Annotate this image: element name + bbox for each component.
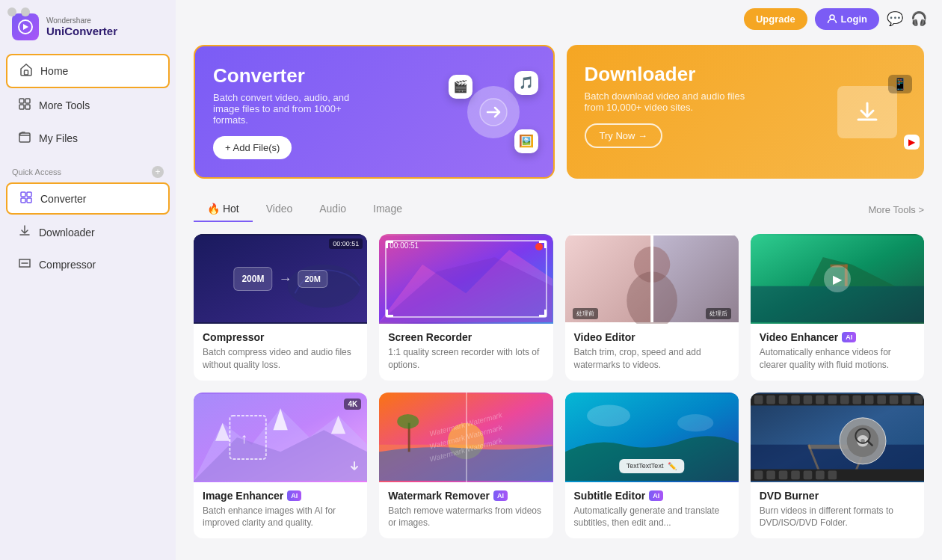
svg-rect-56 xyxy=(865,395,874,404)
tool-tabs-header: 🔥 Hot Video Audio Image More Tools > xyxy=(194,197,924,222)
svg-rect-50 xyxy=(791,395,800,404)
tool-card-video-enhancer[interactable]: ▶ Video Enhancer AI Automatically enhanc… xyxy=(751,234,924,381)
main-nav: Home More Tools My Files xyxy=(0,49,176,159)
more-tools-link[interactable]: More Tools > xyxy=(868,204,924,215)
sidebar-item-downloader[interactable]: Downloader xyxy=(6,218,170,247)
headset-icon[interactable]: 🎧 xyxy=(911,10,927,27)
login-label: Login xyxy=(841,13,867,25)
minimize-button[interactable] xyxy=(21,7,30,16)
video-enhancer-desc: Automatically enhance videos for clearer… xyxy=(760,346,915,372)
fourk-badge: 4K xyxy=(344,399,361,410)
converter-sidebar-icon xyxy=(19,191,33,206)
ai-badge: AI xyxy=(493,490,508,501)
svg-rect-8 xyxy=(27,192,31,197)
svg-rect-68 xyxy=(828,470,837,479)
svg-rect-5 xyxy=(25,105,30,109)
message-icon[interactable]: 💬 xyxy=(887,10,903,27)
my-files-icon xyxy=(18,130,31,147)
tool-card-screen-recorder[interactable]: 00:00:51 Screen Recorder 1:1 quality scr… xyxy=(379,234,552,381)
tool-card-compressor[interactable]: 200M → 20M 00:00:51 Compressor Batch com… xyxy=(194,234,367,381)
nav-more-tools[interactable]: More Tools xyxy=(6,90,170,121)
watermark-thumbnail: Watermark Watermark Watermark Watermark … xyxy=(379,393,552,482)
compressor-title: Compressor xyxy=(203,331,358,343)
tabs-list: 🔥 Hot Video Audio Image xyxy=(194,197,416,222)
tool-card-dvd-burner[interactable]: DVD Burner Burn videos in different form… xyxy=(751,393,924,539)
downloader-try-now-button[interactable]: Try Now → xyxy=(585,123,663,148)
tool-card-watermark-remover[interactable]: Watermark Watermark Watermark Watermark … xyxy=(379,393,552,539)
svg-rect-57 xyxy=(877,395,886,404)
compress-from: 200M xyxy=(233,267,272,291)
svg-rect-49 xyxy=(778,395,787,404)
svg-rect-2 xyxy=(19,99,24,103)
tab-audio-label: Audio xyxy=(319,203,346,215)
sidebar: Wondershare UniConverter Home xyxy=(0,0,176,560)
topbar-icons: 💬 🎧 xyxy=(887,10,927,27)
compress-to: 20M xyxy=(298,270,327,288)
image-enhancer-desc: Batch enhance images with AI for improve… xyxy=(203,505,358,530)
svg-rect-59 xyxy=(902,395,911,404)
svg-rect-54 xyxy=(840,395,849,404)
downloader-banner[interactable]: Downloader Batch download video and audi… xyxy=(567,45,925,179)
svg-rect-47 xyxy=(754,395,763,404)
svg-rect-64 xyxy=(778,470,787,479)
tool-card-video-editor[interactable]: 处理前 处理后 Video Editor Batch trim, crop, s… xyxy=(565,234,739,381)
more-tools-label: More Tools > xyxy=(868,204,924,215)
recording-dot-icon xyxy=(535,243,543,250)
converter-add-files-button[interactable]: + Add File(s) xyxy=(213,136,292,159)
svg-rect-9 xyxy=(21,198,25,203)
fire-icon: 🔥 xyxy=(207,203,220,215)
downloader-sidebar-label: Downloader xyxy=(39,227,95,239)
nav-my-files-label: My Files xyxy=(39,132,78,144)
compressor-desc: Batch compress video and audio files wit… xyxy=(203,346,358,372)
tab-image[interactable]: Image xyxy=(360,197,416,222)
image-icon: 🖼️ xyxy=(514,129,538,153)
video-editor-desc: Batch trim, crop, speed and add watermar… xyxy=(574,346,730,372)
tab-hot[interactable]: 🔥 Hot xyxy=(194,197,253,222)
home-icon xyxy=(19,63,33,79)
sidebar-item-converter[interactable]: Converter xyxy=(6,182,170,215)
video-enhancer-thumbnail: ▶ xyxy=(751,234,924,324)
converter-banner[interactable]: Converter Batch convert video, audio, an… xyxy=(194,45,555,179)
more-tools-icon xyxy=(18,97,31,114)
downloader-banner-subtitle: Batch download video and audio files fro… xyxy=(585,90,749,113)
svg-rect-58 xyxy=(890,395,899,404)
logo-brand: Wondershare xyxy=(46,16,117,25)
tool-card-subtitle-editor[interactable]: TextTextText ✏️ Subtitle Editor AI Autom… xyxy=(565,393,739,539)
svg-rect-10 xyxy=(27,198,31,203)
svg-rect-60 xyxy=(914,395,923,404)
svg-point-11 xyxy=(830,15,834,19)
tool-card-image-enhancer[interactable]: ↑ 4K Image Enhancer AI Batch enhance ima… xyxy=(194,393,367,539)
video-editor-thumbnail: 处理前 处理后 xyxy=(565,234,739,324)
topbar: Upgrade Login 💬 🎧 xyxy=(351,0,942,37)
logo-app: UniConverter xyxy=(46,25,117,37)
svg-rect-7 xyxy=(21,192,25,197)
recorder-thumbnail: 00:00:51 xyxy=(379,234,552,324)
nav-home[interactable]: Home xyxy=(6,54,170,88)
add-quick-access-button[interactable]: + xyxy=(152,166,164,178)
image-enhancer-thumbnail: ↑ 4K xyxy=(194,393,367,482)
tab-audio[interactable]: Audio xyxy=(306,197,360,222)
screen-recorder-title: Screen Recorder xyxy=(388,331,544,343)
svg-rect-66 xyxy=(803,470,812,479)
tab-video[interactable]: Video xyxy=(253,197,307,222)
logo-text: Wondershare UniConverter xyxy=(46,16,117,37)
main-area: Upgrade Login 💬 🎧 Converter Batch conver… xyxy=(176,0,942,560)
compress-arrow-icon: → xyxy=(278,271,292,287)
compressor-sidebar-icon xyxy=(18,256,31,272)
quick-access-label: Quick Access xyxy=(12,167,61,176)
sidebar-item-compressor[interactable]: Compressor xyxy=(6,250,170,279)
video-icon: 🎬 xyxy=(449,75,472,99)
nav-my-files[interactable]: My Files xyxy=(6,123,170,154)
recorder-timestamp: 00:00:51 xyxy=(390,241,419,250)
close-button[interactable] xyxy=(7,7,16,16)
ai-badge: AI xyxy=(287,490,301,501)
image-enhancer-title: Image Enhancer AI xyxy=(203,490,358,502)
video-editor-title: Video Editor xyxy=(574,331,730,343)
converter-banner-subtitle: Batch convert video, audio, and image fi… xyxy=(213,92,378,126)
ai-badge: AI xyxy=(842,332,856,342)
watermark-remover-title: Watermark Remover AI xyxy=(388,490,544,502)
login-button[interactable]: Login xyxy=(815,8,879,30)
svg-rect-1 xyxy=(25,70,28,75)
svg-rect-67 xyxy=(816,470,825,479)
upgrade-button[interactable]: Upgrade xyxy=(744,8,807,30)
